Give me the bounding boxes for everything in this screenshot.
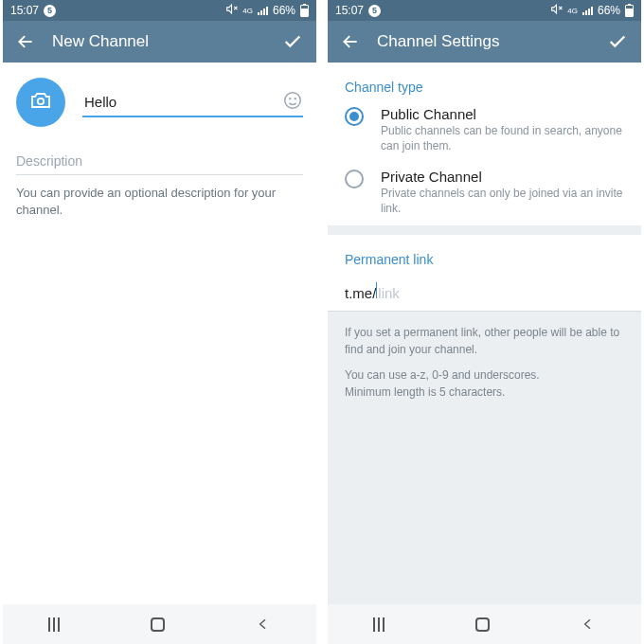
radio-public-channel[interactable]: Public Channel Public channels can be fo… [328,100,641,163]
link-info: If you set a permanent link, other peopl… [328,312,641,604]
phone-new-channel: 15:07 5 4G 66% New Channel [3,0,316,644]
status-bar: 15:07 5 4G 66% [3,0,316,21]
section-permanent-link: Permanent link [328,235,641,273]
permanent-link-input[interactable]: t.me/ link [328,273,641,312]
network-label: 4G [242,7,253,15]
text-cursor-icon [376,282,377,298]
section-divider [328,225,641,235]
status-time: 15:07 [10,4,39,17]
channel-name-input[interactable] [82,88,303,117]
svg-point-4 [285,92,301,108]
info-line: If you set a permanent link, other peopl… [345,325,624,358]
status-bar: 15:07 5 4G 66% [328,0,641,21]
network-label: 4G [567,7,578,15]
nav-recents-button[interactable] [373,617,385,632]
nav-home-button[interactable] [151,617,165,632]
nav-back-button[interactable] [581,617,596,632]
signal-icon [258,6,268,15]
link-prefix: t.me/ [345,285,376,301]
system-nav-bar [3,604,316,644]
radio-icon [345,170,364,188]
svg-point-6 [295,98,295,98]
info-line: You can use a-z, 0-9 and underscores. Mi… [345,367,624,401]
radio-desc: Private channels can only be joined via … [381,187,624,216]
channel-photo-button[interactable] [16,78,65,127]
section-channel-type: Channel type [328,63,641,100]
back-button[interactable] [16,32,35,51]
radio-private-channel[interactable]: Private Channel Private channels can onl… [328,163,641,225]
status-time: 15:07 [335,4,364,17]
nav-recents-button[interactable] [48,617,60,632]
mute-vibrate-icon [225,3,238,18]
back-button[interactable] [341,32,360,51]
battery-percent: 66% [598,4,620,17]
mute-vibrate-icon [550,3,563,18]
page-title: New Channel [52,32,265,51]
page-title: Channel Settings [377,32,590,51]
description-input[interactable]: Description [16,153,303,175]
radio-icon [345,107,364,126]
system-nav-bar [328,604,641,644]
signal-icon [582,6,593,15]
radio-label: Public Channel [381,106,624,122]
confirm-button[interactable] [282,31,303,52]
status-notif-badge: 5 [44,5,56,17]
confirm-button[interactable] [607,31,628,52]
radio-label: Private Channel [381,169,624,185]
app-bar: New Channel [3,21,316,63]
radio-desc: Public channels can be found in search, … [381,124,624,153]
nav-back-button[interactable] [256,617,271,632]
camera-icon [29,89,52,116]
status-notif-badge: 5 [368,5,381,17]
svg-point-5 [290,98,291,98]
battery-icon [625,5,634,17]
phone-channel-settings: 15:07 5 4G 66% Channel Settings Channel … [328,0,641,644]
description-hint: You can provide an optional description … [16,185,303,219]
battery-icon [300,5,309,17]
svg-point-3 [38,98,44,104]
nav-home-button[interactable] [475,617,490,632]
app-bar: Channel Settings [328,21,641,63]
emoji-button[interactable] [282,90,303,111]
link-placeholder: link [378,285,400,301]
battery-percent: 66% [273,4,295,17]
